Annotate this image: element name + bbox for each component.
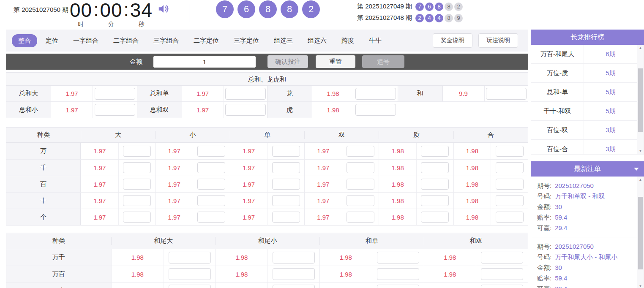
bet-amount-input[interactable] bbox=[347, 195, 374, 206]
countdown-timer: 00 时 : 00 分 : 34 秒 bbox=[70, 1, 153, 28]
bet-cell: 1.97 bbox=[81, 176, 155, 192]
bet-amount-input[interactable] bbox=[123, 146, 151, 157]
bet-amount-input[interactable] bbox=[347, 212, 374, 223]
bet-amount-input[interactable] bbox=[273, 268, 315, 280]
column-header: 单 bbox=[230, 131, 304, 139]
tab-integrated[interactable]: 整合 bbox=[12, 34, 37, 47]
bet-amount-input[interactable] bbox=[496, 212, 524, 223]
bet-amount-input[interactable] bbox=[169, 285, 211, 288]
bet-amount-input[interactable] bbox=[496, 195, 524, 206]
bet-amount-input[interactable] bbox=[169, 268, 211, 280]
table-row: 万千 1.98 1.98 1.98 1.98 bbox=[6, 249, 528, 266]
play-info-button[interactable]: 玩法说明 bbox=[478, 33, 518, 48]
scrollbar-thumb[interactable] bbox=[638, 197, 643, 269]
hit-balls: 768 bbox=[414, 3, 443, 11]
odds-value: 1.97 bbox=[230, 193, 267, 209]
bet-amount-input[interactable] bbox=[421, 195, 449, 206]
bet-amount-input[interactable] bbox=[123, 195, 151, 206]
table-row: 百 1.97 1.97 1.97 1.97 1.98 1.98 bbox=[6, 176, 528, 192]
bet-number-value: 万千和尾大小 - 和尾小 bbox=[555, 252, 617, 262]
bet-amount-input[interactable] bbox=[421, 162, 449, 173]
bet-amount-input[interactable] bbox=[197, 212, 225, 223]
bet-amount-input[interactable] bbox=[169, 252, 211, 264]
bet-amount-input[interactable] bbox=[347, 146, 374, 157]
bet-amount-input[interactable] bbox=[496, 179, 524, 190]
scroll-up-icon[interactable]: ▲ bbox=[637, 45, 644, 51]
odds-value: 1.97 bbox=[305, 143, 342, 159]
bet-amount-input[interactable] bbox=[486, 88, 527, 100]
odds-value: 1.98 bbox=[216, 266, 268, 282]
bet-entry: 期号: 20251027050 号码: 万千和单双 - 和双 金额: 30 bbox=[531, 177, 637, 237]
scroll-down-icon[interactable]: ▼ bbox=[637, 283, 644, 288]
bet-amount-input[interactable] bbox=[481, 268, 523, 280]
reset-button[interactable]: 重置 bbox=[316, 55, 355, 68]
draw-ball-small-gray: 8 bbox=[445, 14, 453, 22]
tab-group-six[interactable]: 组选六 bbox=[301, 34, 333, 47]
dragon-type: 百位-双 bbox=[531, 121, 584, 139]
bet-amount-input[interactable] bbox=[481, 252, 523, 264]
dragon-type: 万位-质 bbox=[531, 64, 584, 82]
bet-cell: 1.97 bbox=[155, 209, 229, 225]
odds-value: 1.97 bbox=[81, 176, 118, 192]
bet-win-line: 可赢: 29.4 bbox=[537, 283, 629, 288]
bet-amount-input[interactable] bbox=[347, 179, 374, 190]
tab-one-char-combo[interactable]: 一字组合 bbox=[67, 34, 105, 47]
odds-value: 1.98 bbox=[424, 266, 476, 282]
tab-niuniu[interactable]: 牛牛 bbox=[363, 34, 388, 47]
bet-amount-input[interactable] bbox=[496, 162, 524, 173]
bet-amount-input[interactable] bbox=[197, 146, 225, 157]
bet-amount-input[interactable] bbox=[347, 162, 374, 173]
bet-amount-input[interactable] bbox=[421, 212, 449, 223]
tab-two-char-combo[interactable]: 二字组合 bbox=[107, 34, 145, 47]
tab-position[interactable]: 定位 bbox=[39, 34, 65, 47]
bet-amount-input[interactable] bbox=[197, 195, 225, 206]
bet-amount-input[interactable] bbox=[377, 268, 419, 280]
row-label: 万百 bbox=[6, 266, 111, 282]
bet-amount-input[interactable] bbox=[377, 285, 419, 288]
chevron-down-icon[interactable] bbox=[634, 168, 639, 171]
bet-amount-input[interactable] bbox=[273, 285, 315, 288]
speaker-icon[interactable] bbox=[157, 3, 170, 16]
dragon-row: 百位-双 3期 bbox=[531, 121, 637, 140]
bet-amount-input[interactable] bbox=[123, 179, 151, 190]
tab-three-char-combo[interactable]: 三字组合 bbox=[147, 34, 185, 47]
bet-amount-input[interactable] bbox=[197, 179, 225, 190]
bet-amount-input[interactable] bbox=[355, 104, 396, 116]
scrollbar-thumb[interactable] bbox=[638, 68, 643, 132]
draw-ball: 6 bbox=[237, 0, 255, 18]
bet-amount-input[interactable] bbox=[272, 146, 300, 157]
bet-amount-input[interactable] bbox=[225, 88, 266, 100]
tab-three-char-position[interactable]: 三字定位 bbox=[227, 34, 265, 47]
bet-amount-input[interactable] bbox=[272, 162, 300, 173]
scroll-down-icon[interactable]: ▼ bbox=[637, 148, 644, 154]
chase-number-button[interactable]: 追号 bbox=[362, 55, 404, 68]
bet-amount-input[interactable] bbox=[272, 212, 300, 223]
scrollbar[interactable]: ▲ ▼ bbox=[637, 177, 644, 288]
digit-table-header: 种类 大 小 单 双 质 合 bbox=[6, 128, 528, 143]
confirm-bet-button[interactable]: 确认投注 bbox=[267, 55, 308, 68]
scrollbar[interactable]: ▲ ▼ bbox=[637, 45, 644, 154]
bet-amount-input[interactable] bbox=[95, 104, 135, 116]
bet-amount-input[interactable] bbox=[197, 162, 225, 173]
bet-amount-input[interactable] bbox=[481, 285, 523, 288]
bet-amount-input[interactable] bbox=[225, 104, 266, 116]
bet-amount-input[interactable] bbox=[421, 179, 449, 190]
bet-amount-input[interactable] bbox=[496, 146, 524, 157]
bet-amount-input[interactable] bbox=[123, 162, 151, 173]
bet-amount-input[interactable] bbox=[272, 195, 300, 206]
bet-amount-input[interactable] bbox=[421, 146, 449, 157]
bet-amount-input[interactable] bbox=[123, 212, 151, 223]
bet-amount-input[interactable] bbox=[273, 252, 315, 264]
bet-amount-input[interactable] bbox=[272, 179, 300, 190]
tab-span[interactable]: 跨度 bbox=[335, 34, 360, 47]
bet-option-tiger: 虎 1.98 bbox=[267, 102, 398, 118]
bet-amount-input[interactable] bbox=[377, 252, 419, 264]
odds-value: 1.97 bbox=[156, 176, 193, 192]
scroll-up-icon[interactable]: ▲ bbox=[637, 177, 644, 183]
bet-amount-input[interactable] bbox=[95, 88, 135, 100]
tab-two-char-position[interactable]: 二字定位 bbox=[187, 34, 225, 47]
amount-input[interactable] bbox=[153, 56, 256, 68]
tab-group-three[interactable]: 组选三 bbox=[267, 34, 299, 47]
prize-info-button[interactable]: 奖金说明 bbox=[433, 33, 472, 48]
bet-amount-input[interactable] bbox=[355, 88, 396, 100]
